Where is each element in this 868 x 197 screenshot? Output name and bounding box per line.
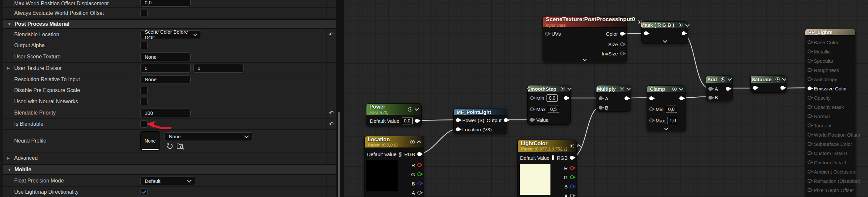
input-pin-max[interactable] xyxy=(649,119,653,123)
preview-play-icon[interactable] xyxy=(672,87,677,91)
use-selected-asset-icon[interactable] xyxy=(166,142,173,150)
max-wpo-field[interactable]: 0,0 xyxy=(141,0,191,7)
blendable-location-dropdown[interactable]: Scene Color Before DOF xyxy=(141,30,201,39)
expander-icon[interactable]: ▶ xyxy=(7,66,9,70)
input-pin-a[interactable] xyxy=(708,87,712,91)
preview-play-icon[interactable] xyxy=(775,77,780,81)
chevron-down-icon[interactable] xyxy=(727,76,732,81)
preview-play-icon[interactable] xyxy=(679,23,683,27)
default-value-swatch[interactable] xyxy=(399,152,402,157)
input-pin[interactable] xyxy=(808,50,811,54)
chevron-down-icon[interactable] xyxy=(685,23,689,27)
max-value-input[interactable]: 1,0 xyxy=(667,117,678,124)
used-with-neural-checkbox[interactable] xyxy=(141,98,148,105)
details-scrollbar[interactable] xyxy=(338,112,340,197)
output-pin-invsize[interactable] xyxy=(620,52,624,56)
input-pin-a[interactable] xyxy=(599,96,603,100)
output-pin[interactable] xyxy=(417,191,421,195)
expand-node-chevron-icon[interactable] xyxy=(663,39,667,43)
category-expanded-icon[interactable]: ▼ xyxy=(8,168,11,172)
output-pin[interactable] xyxy=(679,96,683,100)
reset-to-default-button[interactable]: ↶ xyxy=(327,107,336,119)
chevron-up-icon[interactable] xyxy=(577,144,581,149)
output-pin[interactable] xyxy=(570,194,574,197)
output-pin[interactable] xyxy=(570,175,574,179)
input-pin[interactable] xyxy=(644,31,648,35)
preview-play-icon[interactable] xyxy=(721,77,725,81)
preview-play-icon[interactable] xyxy=(410,140,415,144)
input-pin[interactable] xyxy=(808,151,811,155)
input-pin[interactable] xyxy=(808,123,811,127)
input-pin-b[interactable] xyxy=(708,96,712,100)
input-pin-b[interactable] xyxy=(599,106,603,109)
chevron-down-icon[interactable] xyxy=(626,86,631,90)
input-pin[interactable] xyxy=(649,96,653,100)
input-pin-uvs[interactable] xyxy=(545,32,549,36)
chevron-down-icon[interactable] xyxy=(782,76,786,81)
input-pin[interactable] xyxy=(808,40,811,44)
input-pin-value[interactable] xyxy=(530,118,534,122)
divisor-y-field[interactable]: 0 xyxy=(193,64,244,73)
input-pin-power[interactable] xyxy=(456,118,460,122)
chevron-down-icon[interactable] xyxy=(679,87,683,91)
is-blendable-checkbox[interactable] xyxy=(141,121,148,128)
input-pin[interactable] xyxy=(808,133,811,137)
always-eval-checkbox[interactable] xyxy=(141,9,148,17)
user-scene-texture-field[interactable]: None xyxy=(141,53,191,61)
preview-play-icon[interactable] xyxy=(620,87,624,91)
default-value-input[interactable]: 0,0 xyxy=(402,117,413,124)
node-pp-lights-result[interactable]: PP_Lights Base Color Metallic xyxy=(805,29,856,197)
node-power-param[interactable]: Power Param (0) Default Value 0,0 xyxy=(366,103,422,126)
expand-node-chevron-icon[interactable] xyxy=(664,126,669,130)
node-clamp[interactable]: Clamp Min0,0 Max1,0 xyxy=(647,86,686,131)
input-pin[interactable] xyxy=(808,142,811,146)
browse-to-asset-icon[interactable] xyxy=(177,142,184,150)
output-pin[interactable] xyxy=(504,118,508,122)
divisor-x-field[interactable]: 0 xyxy=(141,64,191,73)
chevron-up-icon[interactable] xyxy=(417,140,421,144)
blendable-priority-field[interactable]: 100 xyxy=(141,108,191,117)
output-pin[interactable] xyxy=(780,86,784,90)
preview-play-icon[interactable] xyxy=(561,87,565,91)
input-pin-location[interactable] xyxy=(456,127,460,131)
input-pin[interactable] xyxy=(808,96,811,100)
expander-icon[interactable]: ▶ xyxy=(7,156,9,160)
category-mobile[interactable]: ▼ Mobile xyxy=(3,164,336,175)
node-mask-rgb[interactable]: Mask ( R G B ) xyxy=(641,22,688,44)
output-pin-rgb[interactable] xyxy=(570,156,574,160)
category-post-process-material[interactable]: ▼ Post Process Material xyxy=(3,19,336,29)
input-pin-min[interactable] xyxy=(530,96,534,100)
min-value-input[interactable]: 0,0 xyxy=(666,106,677,113)
output-pin[interactable] xyxy=(682,31,686,35)
output-pin-size[interactable] xyxy=(620,42,624,46)
use-lightmap-checkbox[interactable] xyxy=(141,189,148,196)
material-node-graph[interactable]: SceneTexture:PostProcessInput0 Input Dat… xyxy=(344,0,868,197)
min-value-input[interactable]: 0,0 xyxy=(547,94,557,102)
node-add[interactable]: Add A B xyxy=(706,75,733,101)
output-pin[interactable] xyxy=(570,166,574,170)
input-pin[interactable] xyxy=(808,170,811,173)
node-smoothstep[interactable]: SmoothStep Min0,0 Max0,5 Value xyxy=(527,85,570,125)
output-pin-rgb[interactable] xyxy=(417,152,421,156)
node-lightcolor-param[interactable]: LightColor Param (0.977,1,0.752,1) Defau… xyxy=(518,139,577,197)
input-pin-max[interactable] xyxy=(530,107,534,111)
output-pin[interactable] xyxy=(415,119,419,123)
output-pin[interactable] xyxy=(564,96,568,100)
preview-play-icon[interactable] xyxy=(570,144,574,148)
input-pin[interactable] xyxy=(808,68,811,72)
output-pin[interactable] xyxy=(726,87,730,91)
input-pin[interactable] xyxy=(808,87,811,90)
row-advanced[interactable]: ▶ Advanced xyxy=(3,153,336,164)
input-pin[interactable] xyxy=(808,114,811,118)
chevron-down-icon[interactable] xyxy=(567,86,571,90)
node-multiply[interactable]: Multiply A B xyxy=(596,85,631,111)
neural-profile-dropdown[interactable]: None xyxy=(164,132,252,141)
output-pin[interactable] xyxy=(417,163,421,167)
resolution-relative-field[interactable]: None xyxy=(141,75,191,84)
reset-to-default-button[interactable]: ↶ xyxy=(327,119,336,129)
node-scene-texture[interactable]: SceneTexture:PostProcessInput0 Input Dat… xyxy=(542,16,627,62)
output-alpha-checkbox[interactable] xyxy=(141,42,148,49)
input-pin-min[interactable] xyxy=(649,107,653,111)
default-value-swatch[interactable] xyxy=(552,155,555,161)
node-saturate[interactable]: Saturate xyxy=(750,75,787,93)
